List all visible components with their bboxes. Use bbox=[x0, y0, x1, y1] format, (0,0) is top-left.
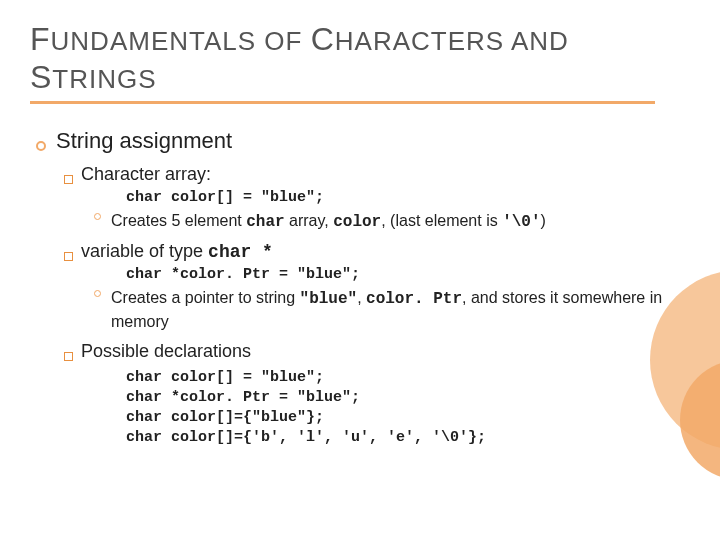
text: Character array: bbox=[81, 164, 211, 185]
bullet-lv2: Possible declarations bbox=[64, 341, 690, 362]
code-line: char *color. Ptr = "blue"; bbox=[126, 388, 690, 408]
code-line: char color[] = "blue"; bbox=[126, 189, 690, 206]
code-line: char color[]={"blue"}; bbox=[126, 408, 690, 428]
code-line: char color[]={'b', 'l', 'u', 'e', '\0'}; bbox=[126, 428, 690, 448]
code-line: char *color. Ptr = "blue"; bbox=[126, 266, 690, 283]
bullet-lv1: String assignment bbox=[36, 128, 690, 154]
bullet-lv3: Creates a pointer to string "blue", colo… bbox=[94, 287, 690, 332]
code-line: char color[] = "blue"; bbox=[126, 368, 690, 388]
ring-icon bbox=[94, 290, 101, 297]
bullet-lv3: Creates 5 element char array, color, (la… bbox=[94, 210, 690, 234]
title-underline bbox=[30, 101, 655, 104]
slide-title: FUNDAMENTALS OF CHARACTERS AND STRINGS bbox=[30, 20, 690, 97]
text: Possible declarations bbox=[81, 341, 251, 362]
bullet-lv2: Character array: bbox=[64, 164, 690, 185]
ring-icon bbox=[94, 213, 101, 220]
bullet-lv2: variable of type char * bbox=[64, 241, 690, 262]
square-icon bbox=[64, 352, 73, 361]
ring-icon bbox=[36, 141, 46, 151]
code-block: char color[] = "blue"; char *color. Ptr … bbox=[126, 368, 690, 449]
text: Creates a pointer to string "blue", colo… bbox=[111, 287, 690, 332]
text: variable of type char * bbox=[81, 241, 273, 262]
square-icon bbox=[64, 175, 73, 184]
text: String assignment bbox=[56, 128, 232, 154]
text: Creates 5 element char array, color, (la… bbox=[111, 210, 546, 234]
content-area: String assignment Character array: char … bbox=[30, 128, 690, 449]
square-icon bbox=[64, 252, 73, 261]
